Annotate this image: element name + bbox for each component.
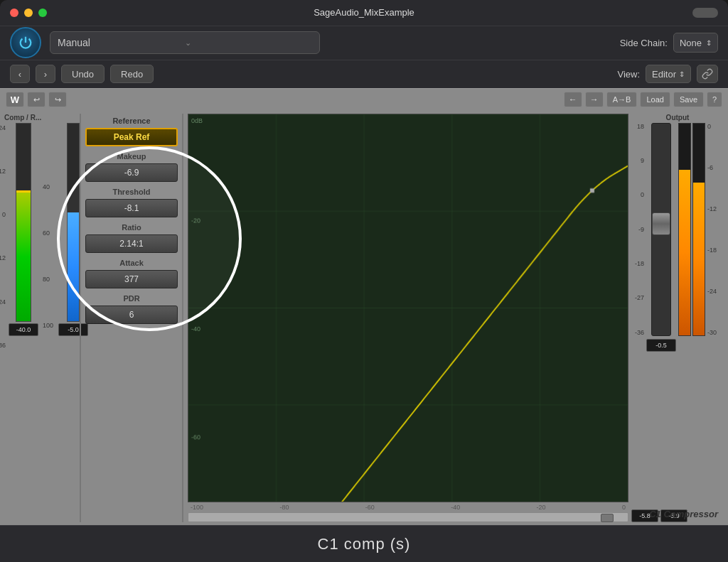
sidechain-value: None: [680, 38, 702, 48]
plugin-toolbar: W ↩ ↪ ← → A→B Load Save ?: [0, 88, 728, 111]
right-section: Output 18 9 0 -9 -18 -27 -36 -0.5: [631, 114, 724, 522]
output-meter-bars: [678, 123, 705, 336]
chevron-down-icon: ⌄: [185, 38, 312, 48]
ab-button[interactable]: A→B: [606, 92, 638, 107]
bottom-bar: C1 comp (s): [0, 525, 728, 562]
meter-scale-right: 40 60 80 100: [41, 123, 55, 350]
threshold-label: Threshold: [85, 188, 178, 196]
makeup-button[interactable]: -6.9: [85, 163, 178, 182]
input-meter-bar: [16, 123, 31, 322]
title-bar: SageAudio_MixExample: [0, 0, 728, 26]
redo-button[interactable]: Redo: [110, 65, 154, 83]
output-scale-left: 18 9 0 -9 -18 -27 -36: [631, 123, 644, 336]
waves-logo: W: [6, 92, 24, 107]
output-bar-L-fill: [679, 170, 690, 335]
compression-graph: [188, 114, 628, 502]
preset-value: Manual: [58, 37, 185, 48]
view-value: Editor: [652, 69, 676, 80]
meter-scale-left: 24 12 0 -12 -24 -36: [0, 123, 6, 350]
pdr-label: PDR: [85, 294, 178, 303]
meter-row: 24 12 0 -12 -24 -36 -40.0 40 60 80: [0, 123, 88, 522]
sidechain-arrows-icon: ⇕: [706, 39, 712, 47]
load-button[interactable]: Load: [640, 92, 670, 107]
nav-back-button[interactable]: ‹: [10, 65, 30, 83]
preset-dropdown[interactable]: Manual ⌄: [50, 31, 320, 54]
pdr-button[interactable]: 6: [85, 306, 178, 324]
sidechain-label: Side Chain:: [620, 38, 668, 48]
ratio-label: Ratio: [85, 223, 178, 232]
toolbar-row2: ‹ › Undo Redo View: Editor ⇕: [0, 60, 728, 88]
output-meter-bar-L: [678, 123, 691, 336]
output-fader-handle[interactable]: [652, 212, 670, 235]
minimize-button[interactable]: [24, 9, 33, 17]
output-scale-right: 0 -6 -12 -18 -24 -30: [707, 123, 720, 336]
window-pill: [692, 8, 718, 18]
view-group: View: Editor ⇕: [617, 65, 718, 83]
bottom-title: C1 comp (s): [318, 535, 411, 553]
view-label: View:: [617, 69, 640, 80]
save-button[interactable]: Save: [673, 92, 704, 107]
output-meter-bar-R: [692, 123, 705, 336]
center-section: Reference Peak Ref Makeup -6.9 Threshold…: [85, 114, 178, 522]
reference-button[interactable]: Peak Ref: [85, 128, 178, 146]
sidechain-select[interactable]: None ⇕: [673, 33, 718, 53]
link-button[interactable]: [697, 65, 718, 83]
left-section: Comp / R... 24 12 0 -12 -24 -36 -40.0: [4, 114, 75, 522]
comp-label: Comp / R...: [4, 114, 41, 121]
output-readout-1: -0.5: [646, 339, 676, 352]
redo-icon-button[interactable]: ↪: [48, 92, 67, 107]
makeup-label: Makeup: [85, 152, 178, 161]
maximize-button[interactable]: [38, 9, 47, 17]
output-fader-track[interactable]: [651, 123, 671, 336]
undo-icon-button[interactable]: ↩: [27, 92, 46, 107]
output-meters: 18 9 0 -9 -18 -27 -36 -0.5: [631, 123, 724, 508]
output-fader: -0.5: [646, 123, 676, 508]
meter-readout-2: -5.0: [58, 323, 88, 336]
reference-label: Reference: [85, 117, 178, 125]
close-button[interactable]: [10, 9, 18, 17]
undo-button[interactable]: Undo: [61, 65, 105, 83]
help-button[interactable]: ?: [707, 92, 722, 107]
attack-label: Attack: [85, 259, 178, 267]
meter-readout-1: -40.0: [9, 323, 38, 336]
output-bar-R-fill: [693, 183, 705, 335]
nav-forward-button[interactable]: ›: [36, 65, 55, 83]
toolbar-row1: Manual ⌄ Side Chain: None ⇕: [0, 26, 728, 60]
divider-2: [182, 114, 183, 522]
view-arrows-icon: ⇕: [679, 70, 685, 78]
graph-scrollbar[interactable]: [188, 512, 628, 522]
plugin-brand-label: C1 Compressor: [649, 509, 718, 519]
arrow-left-button[interactable]: ←: [564, 92, 582, 107]
graph-container[interactable]: [188, 114, 628, 502]
window-title: SageAudio_MixExample: [314, 7, 414, 18]
ratio-button[interactable]: 2.14:1: [85, 234, 178, 253]
graph-x-labels: -100 -80 -60 -40 -20 0: [188, 504, 628, 511]
output-header: Output: [631, 114, 724, 121]
view-select[interactable]: Editor ⇕: [646, 65, 691, 83]
sidechain-group: Side Chain: None ⇕: [620, 33, 718, 53]
graph-scrollbar-handle[interactable]: [601, 514, 614, 522]
attack-button[interactable]: 377: [85, 270, 178, 288]
divider-1: [80, 114, 81, 522]
gain-reduction-meter: [67, 123, 80, 322]
power-button[interactable]: [10, 27, 41, 58]
plugin-main: Comp / R... 24 12 0 -12 -24 -36 -40.0: [0, 111, 728, 525]
window-controls[interactable]: [10, 9, 47, 17]
arrow-right-button[interactable]: →: [585, 92, 604, 107]
graph-section: -100 -80 -60 -40 -20 0: [188, 114, 628, 522]
threshold-button[interactable]: -8.1: [85, 199, 178, 217]
